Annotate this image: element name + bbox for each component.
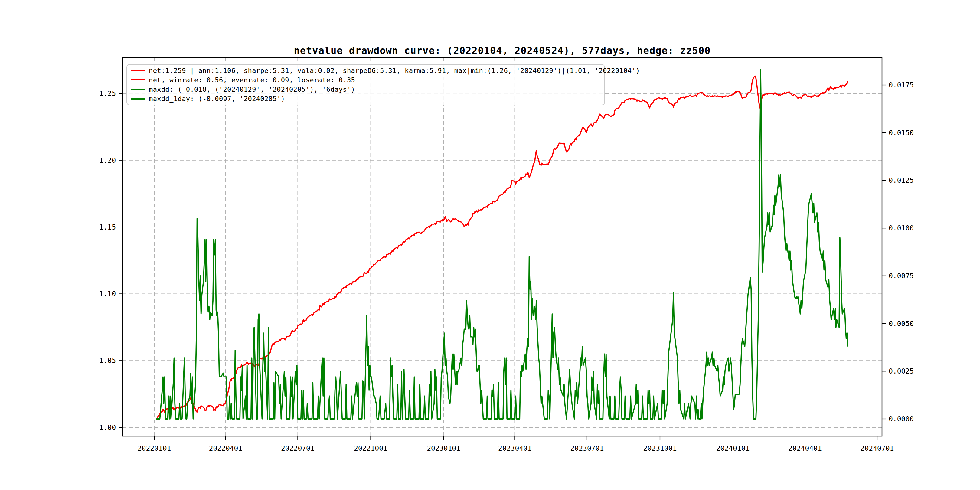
legend: net:1.259 | ann:1.106, sharpe:5.31, vola… [126, 64, 605, 105]
svg-text:1.05: 1.05 [99, 356, 116, 364]
legend-line-maxdd1day-icon [130, 98, 145, 100]
svg-text:0.0125: 0.0125 [889, 177, 914, 184]
svg-text:1.20: 1.20 [99, 156, 116, 164]
svg-text:0.0025: 0.0025 [889, 367, 914, 375]
chart-title: netvalue drawdown curve: (20220104, 2024… [123, 45, 882, 56]
legend-item-label: net:1.259 | ann:1.106, sharpe:5.31, vola… [149, 67, 640, 75]
svg-text:20220401: 20220401 [209, 444, 243, 452]
svg-text:0.0000: 0.0000 [889, 415, 914, 423]
svg-text:1.15: 1.15 [99, 223, 116, 231]
svg-text:0.0150: 0.0150 [889, 129, 914, 137]
legend-item-label: maxdd: (-0.018, ('20240129', '20240205')… [149, 86, 355, 93]
svg-text:1.10: 1.10 [99, 290, 116, 298]
svg-text:20221001: 20221001 [354, 444, 387, 452]
svg-text:0.0075: 0.0075 [889, 272, 914, 280]
legend-line-winrate-icon [130, 79, 145, 80]
series-drawdown [157, 70, 848, 419]
svg-text:20220701: 20220701 [281, 444, 315, 452]
svg-text:1.00: 1.00 [99, 423, 116, 431]
svg-text:20230101: 20230101 [427, 444, 460, 452]
legend-line-maxdd-icon [130, 89, 145, 90]
svg-text:0.0050: 0.0050 [889, 320, 914, 328]
svg-text:20230701: 20230701 [570, 444, 604, 452]
figure: 2022010120220401202207012022100120230101… [0, 0, 980, 490]
legend-item-label: net, winrate: 0.56, evenrate: 0.09, lose… [149, 76, 355, 84]
svg-text:20240701: 20240701 [861, 444, 894, 452]
legend-item: net:1.259 | ann:1.106, sharpe:5.31, vola… [130, 66, 605, 75]
svg-text:0.0100: 0.0100 [889, 224, 914, 232]
svg-text:20231001: 20231001 [643, 444, 677, 452]
legend-item-label: maxdd_1day: (-0.0097, '20240205') [149, 95, 285, 103]
legend-line-net-icon [130, 70, 145, 71]
legend-item: maxdd_1day: (-0.0097, '20240205') [130, 95, 605, 103]
svg-text:20240101: 20240101 [716, 444, 750, 452]
svg-text:0.0175: 0.0175 [889, 81, 914, 89]
svg-text:1.25: 1.25 [99, 89, 116, 97]
legend-item: maxdd: (-0.018, ('20240129', '20240205')… [130, 85, 605, 94]
svg-text:20220101: 20220101 [138, 444, 171, 452]
svg-text:20240401: 20240401 [788, 444, 822, 452]
legend-item: net, winrate: 0.56, evenrate: 0.09, lose… [130, 76, 605, 84]
svg-text:20230401: 20230401 [498, 444, 532, 452]
